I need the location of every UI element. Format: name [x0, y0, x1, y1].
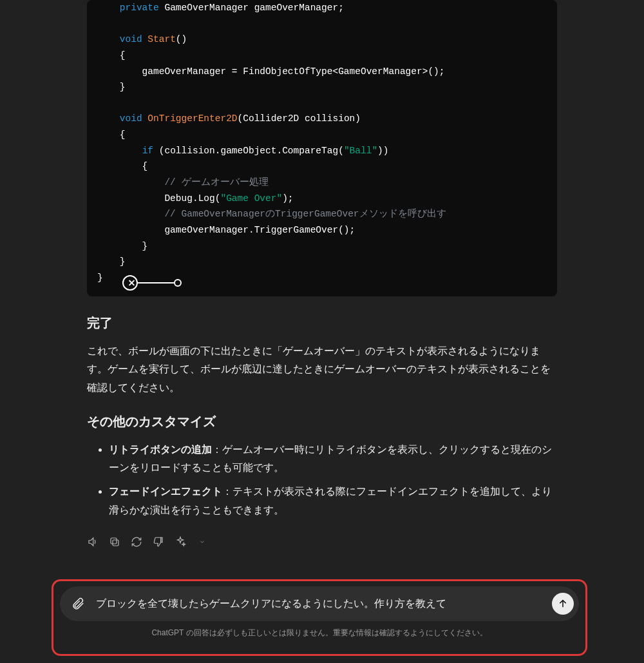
message-actions: [87, 536, 557, 548]
endpoint-dot-icon: [174, 279, 182, 287]
code-line: gameOverManager.TriggerGameOver();: [97, 222, 547, 238]
code-line: // ゲームオーバー処理: [97, 175, 547, 191]
list-item-bold: フェードインエフェクト: [109, 486, 222, 497]
svg-rect-0: [113, 540, 118, 546]
chevron-down-icon[interactable]: [196, 536, 208, 548]
code-line: void OnTriggerEnter2D(Collider2D collisi…: [97, 111, 547, 127]
code-line: }: [97, 238, 547, 255]
heading-done: 完了: [87, 314, 557, 332]
done-body-text: これで、ボールが画面の下に出たときに「ゲームオーバー」のテキストが表示されるよう…: [87, 342, 557, 398]
send-button[interactable]: [552, 593, 574, 615]
code-line: {: [97, 159, 547, 175]
connector-line: [138, 282, 174, 283]
code-line: if (collision.gameObject.CompareTag("Bal…: [97, 143, 547, 159]
speaker-icon[interactable]: [87, 536, 99, 548]
composer-highlight-box: ChatGPT の回答は必ずしも正しいとは限りません。重要な情報は確認するように…: [52, 579, 587, 656]
copy-icon[interactable]: [109, 536, 120, 548]
list-item: フェードインエフェクト：テキストが表示される際にフェードインエフェクトを追加して…: [109, 483, 557, 519]
code-line: gameOverManager = FindObjectOfType<GameO…: [97, 64, 547, 80]
code-line: // GameOverManagerのTriggerGameOverメソッドを呼…: [97, 206, 547, 222]
heading-customizations: その他のカスタマイズ: [87, 413, 557, 430]
code-line: void Start(): [97, 32, 547, 48]
list-item-bold: リトライボタンの追加: [109, 444, 212, 455]
code-line: {: [97, 127, 547, 143]
close-circle-icon: [122, 275, 138, 291]
code-line: {: [97, 48, 547, 64]
svg-rect-1: [111, 538, 117, 544]
code-line: private GameOverManager gameOverManager;: [97, 0, 547, 16]
disclaimer-text: ChatGPT の回答は必ずしも正しいとは限りません。重要な情報は確認するように…: [60, 628, 579, 639]
code-line: [97, 95, 547, 111]
regenerate-icon[interactable]: [131, 536, 142, 548]
customization-list: リトライボタンの追加：ゲームオーバー時にリトライボタンを表示し、クリックすると現…: [87, 441, 557, 520]
composer-input[interactable]: [96, 598, 543, 610]
annotation-overlay: [122, 274, 187, 291]
list-item: リトライボタンの追加：ゲームオーバー時にリトライボタンを表示し、クリックすると現…: [109, 441, 557, 477]
code-line: [97, 16, 547, 32]
paperclip-icon[interactable]: [69, 595, 87, 613]
code-block[interactable]: private GameOverManager gameOverManager;…: [87, 0, 557, 296]
code-line: }: [97, 79, 547, 95]
thumbs-down-icon[interactable]: [153, 536, 164, 548]
code-line: Debug.Log("Game Over");: [97, 191, 547, 207]
code-line: }: [97, 254, 547, 270]
composer-bar[interactable]: [60, 586, 579, 621]
sparkle-icon[interactable]: [175, 536, 186, 548]
